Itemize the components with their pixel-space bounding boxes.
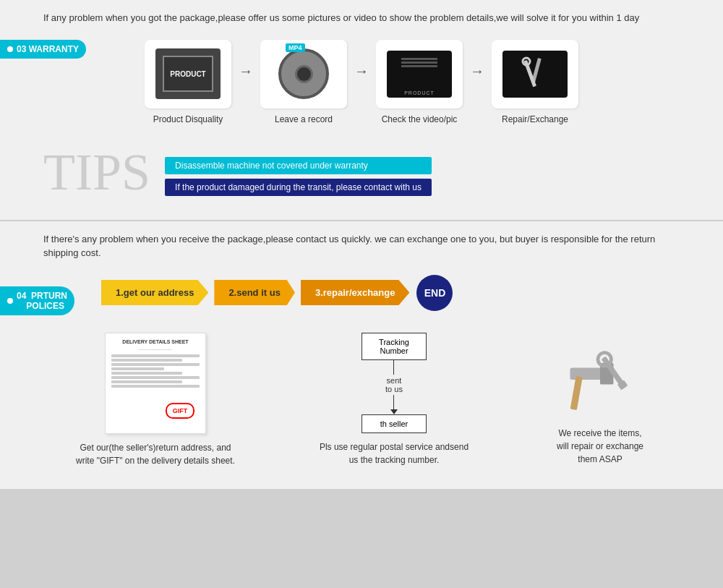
arrow-2: → bbox=[354, 63, 369, 80]
flow-steps: 1.get our address 2.send it us 3.repair/… bbox=[101, 275, 680, 311]
arrow-3: → bbox=[470, 63, 484, 80]
flow-end: END bbox=[416, 275, 453, 311]
warranty-badge-label: 03 WARRANTY bbox=[17, 44, 79, 54]
video-lines bbox=[401, 56, 437, 69]
warranty-intro: If any problem when you got the package,… bbox=[43, 11, 680, 25]
step-mp4: MP4 Leave a record bbox=[260, 40, 347, 124]
sheet-line bbox=[111, 380, 182, 383]
delivery-sheet: DELIVERY DETAILS SHEET ───────────── GIF… bbox=[105, 333, 206, 434]
step-video-label: Check the video/pic bbox=[382, 114, 458, 124]
flow-step-box-2: 2.send it us bbox=[214, 280, 295, 305]
product-screen: PRODUCT bbox=[163, 56, 213, 92]
sheet-lines bbox=[111, 354, 200, 388]
flow-step-3: 3.repair/exchange bbox=[301, 280, 410, 305]
flow-step-box-1: 1.get our address bbox=[101, 280, 208, 305]
return-col-tracking: TrackingNumber sentto us th seller Pls u… bbox=[315, 333, 474, 466]
sheet-line bbox=[111, 367, 164, 370]
flow-step-box-3: 3.repair/exchange bbox=[301, 280, 410, 305]
badge-dot bbox=[7, 46, 13, 52]
return-section: 04 PRTURN POLICES If there's any problem… bbox=[0, 221, 723, 489]
flow-step-label-3: 3.repair/exchange bbox=[315, 287, 395, 298]
sheet-line bbox=[111, 354, 200, 357]
step-repair-icon-box bbox=[492, 40, 578, 108]
tools-icon bbox=[553, 333, 647, 419]
mp4-badge: MP4 bbox=[286, 43, 305, 52]
svg-rect-5 bbox=[570, 375, 583, 409]
tracking-sent-label: sentto us bbox=[385, 376, 403, 393]
flow-step-2: 2.send it us bbox=[214, 280, 295, 305]
return-badge: 04 PRTURN POLICES bbox=[0, 286, 74, 315]
arrow-1: → bbox=[239, 63, 253, 80]
speaker-icon bbox=[278, 48, 329, 99]
tips-notices: Disassemble machine not covered under wa… bbox=[165, 146, 432, 196]
step-video-icon-box: PRODUCT bbox=[376, 40, 463, 108]
tools-caption: We receive the items,will repair or exch… bbox=[557, 427, 643, 466]
step-repair-label: Repair/Exchange bbox=[502, 114, 568, 124]
flow-step-label-1: 1.get our address bbox=[116, 287, 194, 298]
sheet-subtitle: ───────────── bbox=[111, 347, 200, 351]
tips-word: TIPS bbox=[43, 146, 150, 198]
tracking-diagram: TrackingNumber sentto us th seller bbox=[362, 333, 427, 433]
sheet-line bbox=[111, 376, 200, 379]
sheet-line bbox=[111, 372, 182, 375]
notice-damaged: If the product damaged during the transi… bbox=[165, 179, 432, 196]
sheet-line bbox=[111, 359, 182, 362]
step-mp4-icon-box: MP4 bbox=[260, 40, 347, 108]
tracking-box-top: TrackingNumber bbox=[362, 333, 427, 360]
return-col-tools: We receive the items,will repair or exch… bbox=[553, 333, 647, 466]
tracking-arrowhead bbox=[390, 409, 398, 414]
return-intro: If there's any problem when you receive … bbox=[43, 232, 680, 260]
step-video: PRODUCT Check the video/pic bbox=[376, 40, 463, 124]
tracking-arrow: sentto us bbox=[385, 360, 403, 414]
return-badge-dot bbox=[7, 298, 13, 304]
step-repair: Repair/Exchange bbox=[492, 40, 578, 124]
tools-icon-svg bbox=[557, 336, 643, 416]
step-product-label: Product Disquality bbox=[153, 114, 223, 124]
speaker-center bbox=[295, 65, 313, 83]
warranty-badge: 03 WARRANTY bbox=[0, 40, 86, 59]
video-icon: PRODUCT bbox=[387, 51, 452, 98]
warranty-section: 03 WARRANTY If any problem when you got … bbox=[0, 0, 723, 221]
tips-section: TIPS Disassemble machine not covered und… bbox=[43, 139, 680, 198]
return-col-delivery: DELIVERY DETAILS SHEET ───────────── GIF… bbox=[76, 333, 235, 467]
flow-step-label-2: 2.send it us bbox=[228, 287, 281, 298]
return-badge-label: 04 PRTURN POLICES bbox=[17, 291, 67, 311]
sheet-title: DELIVERY DETAILS SHEET bbox=[111, 339, 200, 344]
notice-disassemble: Disassemble machine not covered under wa… bbox=[165, 157, 432, 174]
tracking-caption: Pls use regular postal service andsend u… bbox=[315, 440, 474, 466]
tracking-arrow-line-2 bbox=[393, 395, 394, 409]
repair-tools-svg bbox=[513, 54, 557, 94]
tracking-box-bottom: th seller bbox=[362, 414, 427, 433]
tracking-number-label: TrackingNumber bbox=[379, 338, 409, 355]
sheet-line bbox=[111, 363, 200, 366]
step-mp4-label: Leave a record bbox=[275, 114, 333, 124]
product-icon: PRODUCT bbox=[155, 48, 221, 99]
sheet-line bbox=[111, 385, 200, 388]
page-wrapper: 03 WARRANTY If any problem when you got … bbox=[0, 0, 723, 489]
gift-circle: GIFT bbox=[166, 403, 194, 419]
flow-step-1: 1.get our address bbox=[101, 280, 208, 305]
step-product-icon-box: PRODUCT bbox=[145, 40, 231, 108]
delivery-caption: Get our(the seller's)return address, and… bbox=[76, 441, 235, 467]
return-info-row: DELIVERY DETAILS SHEET ───────────── GIF… bbox=[43, 333, 680, 467]
repair-icon bbox=[502, 51, 568, 98]
video-product-label: PRODUCT bbox=[404, 90, 435, 95]
warranty-steps: PRODUCT Product Disquality → MP4 Leave a… bbox=[43, 40, 680, 124]
tracking-arrow-line bbox=[393, 360, 394, 375]
step-product: PRODUCT Product Disquality bbox=[145, 40, 231, 124]
